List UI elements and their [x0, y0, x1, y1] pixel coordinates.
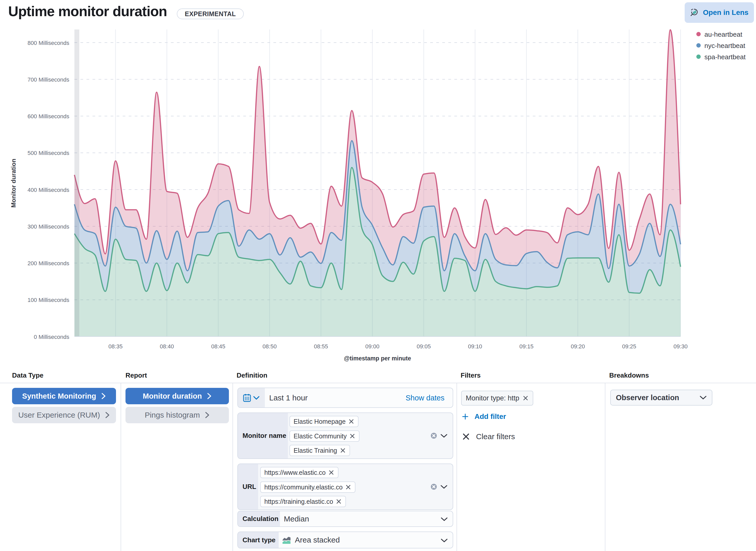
- svg-text:08:50: 08:50: [263, 343, 277, 350]
- svg-text:spa-heartbeat: spa-heartbeat: [704, 53, 746, 61]
- svg-text:600 Milliseconds: 600 Milliseconds: [27, 113, 69, 119]
- svg-text:08:45: 08:45: [211, 343, 225, 350]
- svg-text:500 Milliseconds: 500 Milliseconds: [27, 150, 69, 156]
- svg-text:Monitor duration: Monitor duration: [10, 159, 17, 208]
- svg-text:300 Milliseconds: 300 Milliseconds: [27, 223, 69, 230]
- svg-text:09:15: 09:15: [519, 343, 533, 350]
- svg-text:09:20: 09:20: [571, 343, 585, 350]
- svg-text:08:55: 08:55: [314, 343, 328, 350]
- svg-text:0 Milliseconds: 0 Milliseconds: [34, 334, 69, 340]
- svg-text:400 Milliseconds: 400 Milliseconds: [27, 187, 69, 193]
- svg-text:au-heartbeat: au-heartbeat: [704, 31, 742, 38]
- svg-text:@timestamp per minute: @timestamp per minute: [344, 355, 411, 362]
- svg-text:09:00: 09:00: [365, 343, 379, 350]
- svg-text:09:05: 09:05: [417, 343, 431, 350]
- svg-text:800 Milliseconds: 800 Milliseconds: [27, 40, 69, 46]
- svg-text:09:10: 09:10: [468, 343, 482, 350]
- svg-text:08:40: 08:40: [160, 343, 174, 350]
- svg-text:09:25: 09:25: [622, 343, 636, 350]
- svg-text:100 Milliseconds: 100 Milliseconds: [27, 297, 69, 303]
- svg-text:700 Milliseconds: 700 Milliseconds: [27, 76, 69, 83]
- svg-text:nyc-heartbeat: nyc-heartbeat: [704, 42, 745, 49]
- svg-text:08:35: 08:35: [108, 343, 123, 350]
- svg-text:200 Milliseconds: 200 Milliseconds: [27, 260, 69, 266]
- svg-text:09:30: 09:30: [673, 343, 688, 350]
